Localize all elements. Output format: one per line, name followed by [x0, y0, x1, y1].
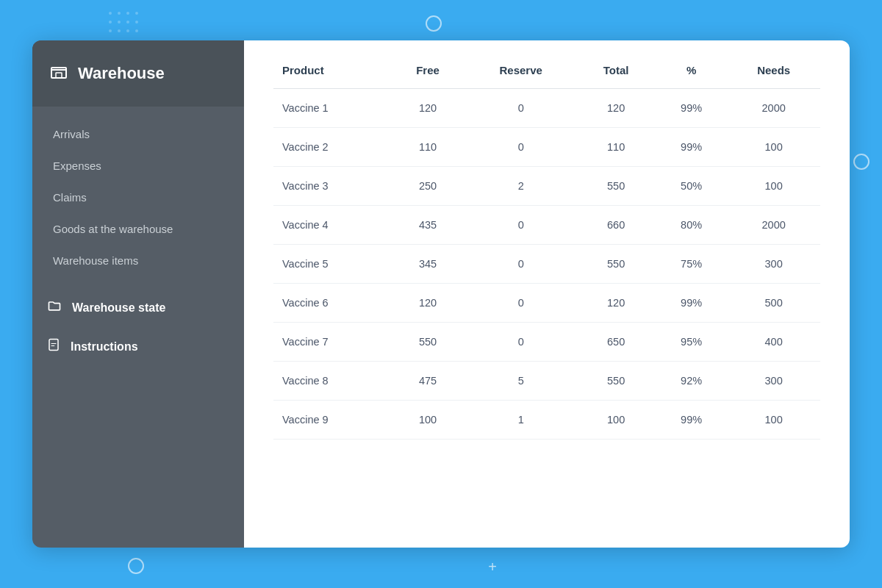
cell-total: 110 — [576, 128, 656, 167]
cell-needs: 300 — [727, 362, 820, 401]
cell-free: 435 — [390, 206, 465, 245]
sidebar: Warehouse Arrivals Expenses Claims Goods… — [32, 40, 244, 548]
cell-product: Vaccine 4 — [273, 206, 390, 245]
cell-reserve: 2 — [465, 167, 576, 206]
col-free: Free — [390, 48, 465, 89]
cell-percent: 92% — [656, 362, 727, 401]
svg-point-3 — [135, 12, 138, 15]
cell-total: 550 — [576, 167, 656, 206]
svg-point-9 — [118, 29, 121, 32]
svg-rect-17 — [56, 73, 62, 78]
cell-needs: 100 — [727, 128, 820, 167]
cell-total: 120 — [576, 284, 656, 323]
cell-percent: 95% — [656, 323, 727, 362]
svg-point-5 — [118, 21, 121, 24]
cell-free: 250 — [390, 167, 465, 206]
sidebar-item-arrivals[interactable]: Arrivals — [32, 118, 244, 150]
cell-free: 475 — [390, 362, 465, 401]
cell-percent: 99% — [656, 89, 727, 128]
svg-point-7 — [135, 21, 138, 24]
cell-total: 550 — [576, 362, 656, 401]
cell-free: 110 — [390, 128, 465, 167]
svg-point-0 — [109, 12, 112, 15]
cell-product: Vaccine 3 — [273, 167, 390, 206]
sidebar-item-goods[interactable]: Goods at the warehouse — [32, 213, 244, 245]
folder-open-icon — [47, 298, 62, 317]
cell-needs: 100 — [727, 401, 820, 440]
svg-rect-18 — [49, 340, 58, 351]
svg-point-10 — [126, 29, 129, 32]
document-icon — [47, 337, 60, 356]
sidebar-section-warehouse-state-label: Warehouse state — [72, 301, 165, 315]
table-row: Vaccine 6120012099%500 — [273, 284, 820, 323]
sidebar-section-instructions[interactable]: Instructions — [32, 327, 244, 366]
sidebar-header: Warehouse — [32, 40, 244, 107]
cell-reserve: 0 — [465, 323, 576, 362]
cell-free: 100 — [390, 401, 465, 440]
cell-needs: 500 — [727, 284, 820, 323]
table-row: Vaccine 2110011099%100 — [273, 128, 820, 167]
svg-point-8 — [109, 29, 112, 32]
table-header-row: Product Free Reserve Total % Needs — [273, 48, 820, 89]
svg-text:+: + — [488, 559, 497, 575]
svg-point-13 — [854, 154, 869, 169]
sidebar-nav: Arrivals Expenses Claims Goods at the wa… — [32, 107, 244, 548]
cell-product: Vaccine 6 — [273, 284, 390, 323]
content-area: Product Free Reserve Total % Needs Vacci… — [244, 40, 850, 548]
table-row: Vaccine 5345055075%300 — [273, 245, 820, 284]
cell-percent: 75% — [656, 245, 727, 284]
cell-free: 345 — [390, 245, 465, 284]
table-row: Vaccine 9100110099%100 — [273, 401, 820, 440]
svg-point-11 — [135, 29, 138, 32]
table-row: Vaccine 7550065095%400 — [273, 323, 820, 362]
cell-product: Vaccine 7 — [273, 323, 390, 362]
table-row: Vaccine 1120012099%2000 — [273, 89, 820, 128]
svg-point-12 — [426, 16, 441, 31]
cell-total: 550 — [576, 245, 656, 284]
cell-needs: 2000 — [727, 206, 820, 245]
cell-reserve: 0 — [465, 128, 576, 167]
cell-reserve: 5 — [465, 362, 576, 401]
cell-percent: 80% — [656, 206, 727, 245]
warehouse-icon — [50, 62, 68, 85]
cell-product: Vaccine 9 — [273, 401, 390, 440]
cell-needs: 400 — [727, 323, 820, 362]
sidebar-section-instructions-label: Instructions — [71, 340, 138, 354]
col-total: Total — [576, 48, 656, 89]
table-row: Vaccine 8475555092%300 — [273, 362, 820, 401]
cell-needs: 2000 — [727, 89, 820, 128]
col-reserve: Reserve — [465, 48, 576, 89]
cell-percent: 99% — [656, 128, 727, 167]
sidebar-item-claims[interactable]: Claims — [32, 182, 244, 213]
table-row: Vaccine 3250255050%100 — [273, 167, 820, 206]
cell-needs: 300 — [727, 245, 820, 284]
cell-reserve: 0 — [465, 89, 576, 128]
cell-product: Vaccine 1 — [273, 89, 390, 128]
cell-percent: 50% — [656, 167, 727, 206]
cell-product: Vaccine 5 — [273, 245, 390, 284]
cell-total: 100 — [576, 401, 656, 440]
cell-product: Vaccine 2 — [273, 128, 390, 167]
svg-point-14 — [129, 559, 143, 573]
cell-total: 120 — [576, 89, 656, 128]
sidebar-item-expenses[interactable]: Expenses — [32, 150, 244, 182]
cell-reserve: 0 — [465, 206, 576, 245]
cell-reserve: 0 — [465, 245, 576, 284]
col-product: Product — [273, 48, 390, 89]
cell-needs: 100 — [727, 167, 820, 206]
cell-reserve: 1 — [465, 401, 576, 440]
sidebar-title: Warehouse — [78, 64, 165, 83]
cell-total: 650 — [576, 323, 656, 362]
col-percent: % — [656, 48, 727, 89]
svg-point-6 — [126, 21, 129, 24]
sidebar-item-warehouse-items[interactable]: Warehouse items — [32, 245, 244, 276]
svg-point-1 — [118, 12, 121, 15]
warehouse-table: Product Free Reserve Total % Needs Vacci… — [273, 48, 820, 440]
table-row: Vaccine 4435066080%2000 — [273, 206, 820, 245]
svg-point-4 — [109, 21, 112, 24]
col-needs: Needs — [727, 48, 820, 89]
cell-reserve: 0 — [465, 284, 576, 323]
sidebar-section-warehouse-state[interactable]: Warehouse state — [32, 288, 244, 327]
main-container: Warehouse Arrivals Expenses Claims Goods… — [32, 40, 850, 548]
cell-free: 120 — [390, 89, 465, 128]
